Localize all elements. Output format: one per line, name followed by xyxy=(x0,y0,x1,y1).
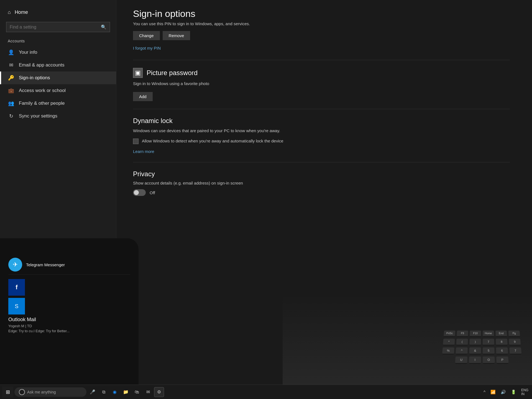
sidebar-item-label: Family & other people xyxy=(19,101,65,106)
task-view-icon[interactable]: ⧉ xyxy=(99,387,109,397)
your-info-icon: 👤 xyxy=(8,49,14,55)
key-asterisk[interactable]: * xyxy=(443,339,455,345)
sidebar-item-email-app[interactable]: ✉ Email & app accounts xyxy=(0,59,116,71)
mic-icon[interactable]: 🎤 xyxy=(88,387,98,397)
remove-pin-button[interactable]: Remove xyxy=(163,31,190,40)
keyboard-area: PrtSc F9 F10 Home End Pg * ( ) 7 8 9 % ^… xyxy=(283,294,532,399)
key-close-paren[interactable]: ) xyxy=(469,339,481,345)
dynamic-lock-label: Allow Windows to detect when you're away… xyxy=(142,138,283,144)
privacy-title: Privacy xyxy=(133,170,510,178)
chevron-up-icon[interactable]: ^ xyxy=(482,388,487,395)
telegram-info: Telegram Messenger xyxy=(26,262,130,267)
sidebar-item-family[interactable]: 👥 Family & other people xyxy=(0,97,116,110)
key-home[interactable]: Home xyxy=(483,330,494,336)
sidebar-item-your-info[interactable]: 👤 Your info xyxy=(0,46,116,59)
start-button[interactable]: ⊞ xyxy=(2,387,13,398)
home-icon: ⌂ xyxy=(8,9,11,15)
key-5[interactable]: 5 xyxy=(483,347,495,354)
dynamic-lock-checkbox[interactable] xyxy=(133,139,139,144)
sidebar-item-label: Your info xyxy=(19,50,37,55)
search-box-container: 🔍 xyxy=(6,22,110,32)
forgot-pin-link[interactable]: I forgot my PIN xyxy=(133,46,510,50)
dynamic-lock-section: Dynamic lock Windows can use devices tha… xyxy=(133,117,510,154)
telegram-app-name: Telegram Messenger xyxy=(26,262,130,267)
wifi-icon[interactable]: 📶 xyxy=(489,388,497,396)
browser-icon[interactable]: ◉ xyxy=(110,387,120,397)
keyboard-row-percent: % ^ & 5 6 7 xyxy=(442,347,522,354)
key-prtsc[interactable]: PrtSc xyxy=(444,330,455,336)
search-icon: 🔍 xyxy=(101,24,106,30)
email-icon: ✉ xyxy=(8,62,14,68)
key-percent[interactable]: % xyxy=(442,347,454,354)
store-icon[interactable]: 🛍 xyxy=(132,387,142,397)
add-picture-password-button[interactable]: Add xyxy=(133,92,153,101)
notification-text: Edge: Try to cu.I Edge: Try for Better..… xyxy=(8,329,130,334)
sidebar-item-label: Sign-in options xyxy=(19,75,50,81)
phone-overlay: ✈ Telegram Messenger f S Outlook Mail Yo… xyxy=(0,238,139,399)
key-9[interactable]: 9 xyxy=(509,339,521,345)
key-pg[interactable]: Pg xyxy=(508,330,520,336)
accounts-label: Accounts xyxy=(0,37,116,46)
system-tray: ^ 📶 🔊 🔋 ENGIN xyxy=(482,387,530,397)
taskbar-search-box[interactable]: ◎ Ask me anything xyxy=(14,387,86,397)
key-end[interactable]: End xyxy=(495,330,507,336)
volume-icon[interactable]: 🔊 xyxy=(499,388,507,396)
search-input[interactable] xyxy=(10,25,99,30)
privacy-desc: Show account details (e.g. email address… xyxy=(133,181,510,185)
dynamic-lock-desc: Windows can use devices that are paired … xyxy=(133,127,510,134)
sidebar-item-access-work[interactable]: 💼 Access work or school xyxy=(0,84,116,97)
home-label: Home xyxy=(15,9,28,15)
keyboard-row-letters: U I O P xyxy=(441,356,523,364)
divider-3 xyxy=(133,162,510,162)
keyboard-row-num: * ( ) 7 8 9 xyxy=(443,339,521,345)
work-icon: 💼 xyxy=(8,88,14,94)
sidebar-home-item[interactable]: ⌂ Home xyxy=(0,6,116,19)
key-7b[interactable]: 7 xyxy=(509,347,521,354)
keyboard-visual: PrtSc F9 F10 Home End Pg * ( ) 7 8 9 % ^… xyxy=(441,330,523,363)
notification-from: Yogesh M | TD xyxy=(8,324,130,329)
key-i[interactable]: I xyxy=(469,356,481,364)
learn-more-link[interactable]: Learn more xyxy=(133,149,510,154)
file-explorer-icon[interactable]: 📁 xyxy=(121,387,131,397)
picture-password-title: ▣ Picture password xyxy=(133,68,510,78)
dynamic-lock-title: Dynamic lock xyxy=(133,117,510,125)
key-u[interactable]: U xyxy=(455,356,467,364)
privacy-toggle-label: Off xyxy=(150,190,155,195)
mail-taskbar-icon[interactable]: ✉ xyxy=(143,387,153,397)
privacy-toggle[interactable] xyxy=(133,189,146,196)
picture-password-section: ▣ Picture password Sign in to Windows us… xyxy=(133,68,510,101)
sidebar-item-sign-in[interactable]: 🔑 Sign-in options xyxy=(0,71,116,84)
key-amp[interactable]: & xyxy=(469,347,481,354)
key-f9[interactable]: F9 xyxy=(457,330,468,336)
privacy-section: Privacy Show account details (e.g. email… xyxy=(133,170,510,196)
key-8[interactable]: 8 xyxy=(496,339,508,345)
settings-taskbar-icon[interactable]: ⚙ xyxy=(154,387,164,397)
skype-icon: S xyxy=(8,298,25,314)
keyboard-lang-icon[interactable]: ENGIN xyxy=(520,387,530,397)
battery-icon[interactable]: 🔋 xyxy=(510,388,518,396)
facebook-icon: f xyxy=(8,279,25,296)
privacy-toggle-row: Off xyxy=(133,189,510,196)
telegram-notification[interactable]: ✈ Telegram Messenger xyxy=(8,255,130,275)
key-7[interactable]: 7 xyxy=(483,339,494,345)
key-f10[interactable]: F10 xyxy=(470,330,481,336)
sidebar-item-label: Access work or school xyxy=(19,88,66,93)
phone-content: ✈ Telegram Messenger f S Outlook Mail Yo… xyxy=(0,238,139,344)
pin-subtitle: You can use this PIN to sign in to Windo… xyxy=(133,21,510,26)
change-pin-button[interactable]: Change xyxy=(133,31,160,40)
sidebar-item-sync[interactable]: ↻ Sync your settings xyxy=(0,110,116,122)
key-caret[interactable]: ^ xyxy=(456,347,467,354)
picture-password-desc: Sign in to Windows using a favorite phot… xyxy=(133,81,510,87)
phone-app-notification: f S Outlook Mail Yogesh M | TD Edge: Try… xyxy=(8,275,130,338)
key-6[interactable]: 6 xyxy=(496,347,508,354)
key-o[interactable]: O xyxy=(483,356,495,364)
sidebar-item-label: Sync your settings xyxy=(19,113,57,119)
key-p[interactable]: P xyxy=(496,356,508,364)
key-open-paren[interactable]: ( xyxy=(456,339,468,345)
family-icon: 👥 xyxy=(8,100,14,106)
windows-start-icon: ⊞ xyxy=(6,389,10,395)
app-name: Outlook Mail xyxy=(8,317,130,323)
taskbar-search-label: Ask me anything xyxy=(27,390,56,394)
sidebar-item-label: Email & app accounts xyxy=(19,62,64,68)
taskbar: ⊞ ◎ Ask me anything 🎤 ⧉ ◉ 📁 🛍 ✉ ⚙ ^ 📶 🔊 … xyxy=(0,385,532,399)
